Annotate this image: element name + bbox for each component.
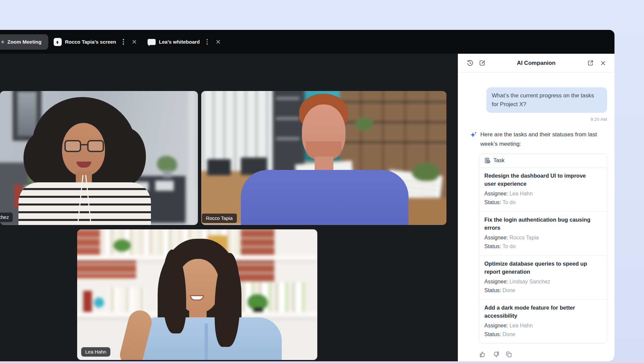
assignee-value: Lea Hahn	[509, 191, 533, 196]
tab-close-icon[interactable]	[214, 38, 222, 46]
blue-shirt	[241, 170, 409, 225]
assignee-value: Lea Hahn	[509, 323, 533, 328]
status-label: Status:	[484, 287, 501, 293]
thumbs-down-icon[interactable]	[492, 350, 500, 358]
participant-name-badge: Lindsay Sanchez	[0, 213, 13, 222]
task-item: Fix the login authentication bug causing…	[479, 211, 607, 255]
tab-menu-icon[interactable]	[207, 39, 208, 45]
whiteboard-icon	[148, 39, 156, 45]
task-title: Add a dark mode feature for better acces…	[484, 304, 591, 320]
assignee-label: Assignee:	[484, 323, 508, 328]
thumbs-up-icon[interactable]	[479, 350, 487, 358]
user-message-bubble: What’s the current progress on the tasks…	[486, 87, 607, 113]
ai-companion-sparkle-icon	[470, 131, 478, 139]
tab-rocco-screen[interactable]: Rocco Tapia’s screen	[54, 38, 139, 46]
meeting-status-icon	[1, 41, 4, 43]
status-label: Status:	[484, 243, 501, 249]
ai-response-text: Here are the tasks and their statuses fr…	[480, 130, 600, 149]
panel-title: AI Companion	[486, 60, 586, 66]
video-tile-lea[interactable]: Lea Hahn	[77, 229, 317, 360]
assignee-value: Rocco Tapia	[509, 235, 539, 240]
status-value: Done	[502, 331, 515, 337]
tab-label: Zoom Meeting	[7, 39, 42, 45]
assignee-label: Assignee:	[484, 279, 508, 284]
status-value: To do	[502, 243, 516, 249]
assignee-label: Assignee:	[484, 191, 508, 196]
ai-response: Here are the tasks and their statuses fr…	[470, 130, 607, 149]
tab-label: Rocco Tapia’s screen	[65, 39, 116, 45]
close-panel-icon[interactable]	[599, 59, 607, 67]
task-title: Optimize database queries to speed up re…	[484, 260, 591, 276]
task-icon	[484, 157, 490, 164]
task-title: Fix the login authentication bug causing…	[484, 216, 591, 232]
share-screen-icon	[54, 38, 62, 46]
participant-name-badge: Lea Hahn	[81, 347, 110, 357]
video-tile-lindsay[interactable]: Lindsay Sanchez	[0, 91, 198, 225]
video-tile-rocco[interactable]: Rocco Tapia	[201, 91, 446, 225]
chat-area: What’s the current progress on the tasks…	[458, 73, 614, 358]
tab-menu-icon[interactable]	[123, 39, 124, 45]
task-card-header: Task	[479, 154, 607, 168]
task-item: Redesign the dashboard UI to improve use…	[479, 168, 607, 211]
tab-zoom-meeting[interactable]: Zoom Meeting	[0, 34, 48, 50]
participant-name-badge: Rocco Tapia	[202, 214, 237, 223]
assignee-label: Assignee:	[484, 235, 508, 240]
history-icon[interactable]	[466, 59, 474, 67]
status-label: Status:	[484, 331, 501, 337]
striped-shirt	[18, 182, 151, 225]
ai-panel-header: AI Companion	[458, 54, 614, 73]
new-chat-icon[interactable]	[478, 59, 486, 67]
message-timestamp: 9:20 AM	[470, 117, 607, 122]
status-value: To do	[502, 199, 516, 205]
task-card-title: Task	[493, 157, 504, 164]
meeting-window: Zoom Meeting Rocco Tapia’s screen Lea’s …	[0, 30, 614, 361]
task-title: Redesign the dashboard UI to improve use…	[484, 172, 591, 188]
task-item: Optimize database queries to speed up re…	[479, 255, 607, 299]
status-value: Done	[502, 287, 515, 293]
feedback-bar	[479, 350, 607, 358]
assignee-value: Lindsay Sanchez	[509, 279, 550, 284]
ai-companion-panel: AI Companion What’s the current progress…	[458, 54, 614, 361]
task-card: Task Redesign the dashboard UI to improv…	[479, 153, 607, 344]
denim-shirt	[134, 317, 282, 360]
copy-icon[interactable]	[505, 350, 513, 358]
tab-close-icon[interactable]	[130, 38, 139, 46]
tab-bar: Zoom Meeting Rocco Tapia’s screen Lea’s …	[0, 30, 614, 54]
tab-lea-whiteboard[interactable]: Lea’s whiteboard	[148, 38, 222, 46]
tab-label: Lea’s whiteboard	[159, 39, 200, 45]
status-label: Status:	[484, 199, 501, 205]
task-item: Add a dark mode feature for better acces…	[479, 299, 607, 343]
pop-out-icon[interactable]	[586, 59, 594, 67]
glasses	[64, 140, 104, 153]
